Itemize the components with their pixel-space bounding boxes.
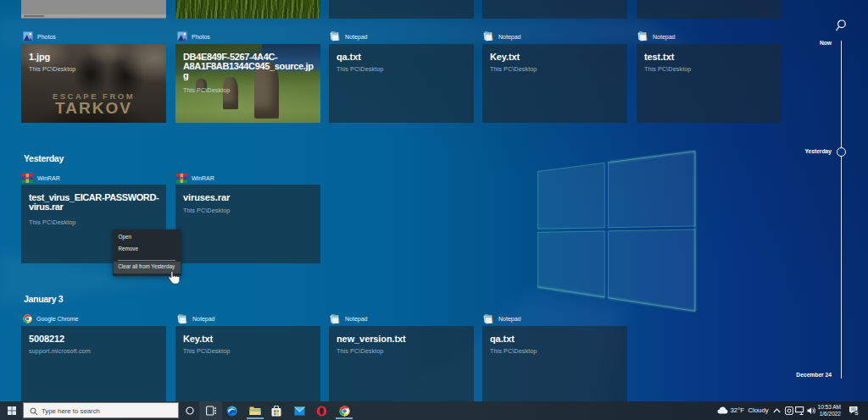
svg-text:5: 5	[854, 410, 858, 416]
